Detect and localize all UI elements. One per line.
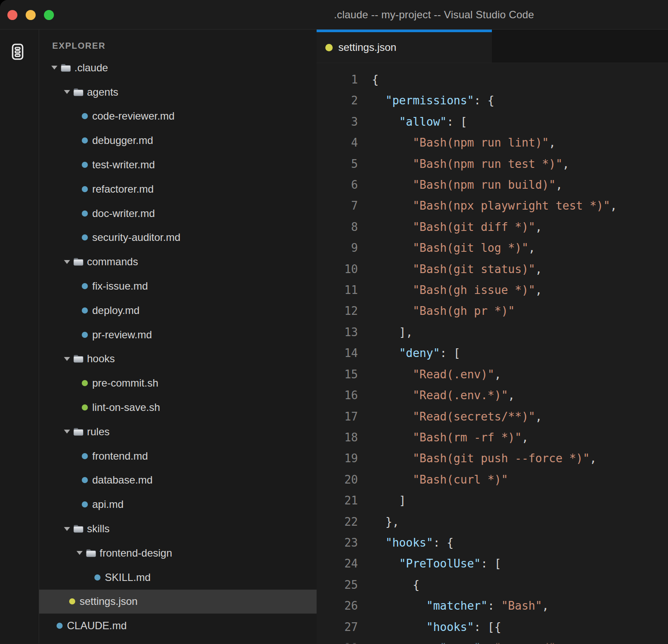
tree-item-skill-md[interactable]: SKILL.md [39,565,317,590]
tab-settings-json[interactable]: settings.json [317,30,492,63]
tree-item-rules[interactable]: rules [39,420,317,444]
folder-icon [73,354,84,363]
code-line-24[interactable]: 24 "PreToolUse": [ [317,553,668,574]
sh-file-icon [82,404,88,410]
md-file-icon [82,162,88,168]
md-file-icon [82,477,88,483]
zoom-button[interactable] [44,10,54,20]
tree-item-claude-md[interactable]: CLAUDE.md [39,614,317,638]
code-editor[interactable]: 1{2 "permissions": {3 "allow": [4 "Bash(… [317,63,668,644]
md-file-icon [82,307,88,314]
code-line-15[interactable]: 15 "Read(.env)", [317,364,668,385]
code-line-7[interactable]: 7 "Bash(npx playwright test *)", [317,195,668,216]
code-text: ], [372,322,413,343]
code-line-13[interactable]: 13 ], [317,322,668,343]
code-line-1[interactable]: 1{ [317,69,668,90]
explorer-panel-icon[interactable] [12,43,23,60]
code-line-6[interactable]: 6 "Bash(npm run build)", [317,174,668,195]
code-line-28[interactable]: 28 "type": "command", [317,637,668,644]
tree-item-label: skills [87,523,110,535]
code-line-4[interactable]: 4 "Bash(npm run lint)", [317,132,668,153]
tree-item-refactorer-md[interactable]: refactorer.md [39,177,317,201]
line-number: 14 [317,343,358,364]
tree-item-label: CLAUDE.md [67,620,127,632]
line-number: 3 [317,111,358,132]
tree-item-settings-json[interactable]: settings.json [39,590,317,614]
line-number: 28 [317,637,358,644]
code-line-9[interactable]: 9 "Bash(git log *)", [317,237,668,258]
tree-item-debugger-md[interactable]: debugger.md [39,128,317,153]
code-line-10[interactable]: 10 "Bash(git status)", [317,259,668,280]
tree-item-code-reviewer-md[interactable]: code-reviewer.md [39,104,317,129]
line-number: 1 [317,69,358,90]
explorer-sidebar: EXPLORER .claudeagentscode-reviewer.mdde… [39,30,317,644]
tree-item-pre-commit-sh[interactable]: pre-commit.sh [39,371,317,395]
tree-item-label: api.md [92,498,124,511]
tree-item-pr-review-md[interactable]: pr-review.md [39,323,317,347]
tree-item--claude[interactable]: .claude [39,56,317,80]
code-text: "Read(.env)", [372,364,501,385]
tree-item-label: doc-writer.md [92,207,155,220]
code-line-26[interactable]: 26 "matcher": "Bash", [317,595,668,616]
tree-item-frontend-design[interactable]: frontend-design [39,541,317,565]
line-number: 5 [317,153,358,174]
line-number: 27 [317,617,358,637]
code-text: "Bash(gh pr *)" [372,300,515,321]
code-line-23[interactable]: 23 "hooks": { [317,532,668,553]
tree-item-doc-writer-md[interactable]: doc-writer.md [39,201,317,226]
tree-item-database-md[interactable]: database.md [39,468,317,493]
tree-item-api-md[interactable]: api.md [39,492,317,517]
code-line-2[interactable]: 2 "permissions": { [317,90,668,111]
tree-item-lint-on-save-sh[interactable]: lint-on-save.sh [39,395,317,420]
code-line-22[interactable]: 22 }, [317,511,668,532]
tree-item-agents[interactable]: agents [39,80,317,104]
tree-item-skills[interactable]: skills [39,517,317,541]
tree-item-frontend-md[interactable]: frontend.md [39,444,317,468]
code-line-19[interactable]: 19 "Bash(git push --force *)", [317,448,668,469]
code-line-3[interactable]: 3 "allow": [ [317,111,668,132]
code-line-12[interactable]: 12 "Bash(gh pr *)" [317,300,668,321]
code-text: ] [372,490,406,511]
minimize-button[interactable] [26,10,36,20]
code-text: "deny": [ [372,343,461,364]
md-file-icon [82,210,88,217]
tree-item-deploy-md[interactable]: deploy.md [39,298,317,323]
tree-item-test-writer-md[interactable]: test-writer.md [39,153,317,177]
tree-item-label: security-auditor.md [92,231,180,244]
code-line-17[interactable]: 17 "Read(secrets/**)", [317,406,668,427]
code-line-14[interactable]: 14 "deny": [ [317,343,668,364]
sh-file-icon [82,380,88,386]
code-line-25[interactable]: 25 { [317,574,668,595]
line-number: 7 [317,195,358,216]
code-line-5[interactable]: 5 "Bash(npm run test *)", [317,153,668,174]
code-text: "Bash(git diff *)", [372,217,542,237]
tree-item-security-auditor-md[interactable]: security-auditor.md [39,226,317,250]
tree-item-commands[interactable]: commands [39,250,317,274]
tree-item-label: deploy.md [92,304,140,317]
close-button[interactable] [7,10,17,20]
line-number: 20 [317,469,358,490]
tab-bar: settings.json [317,30,668,63]
code-text: "Read(.env.*)", [372,385,515,406]
tree-item-fix-issue-md[interactable]: fix-issue.md [39,274,317,298]
code-line-21[interactable]: 21 ] [317,490,668,511]
line-number: 10 [317,259,358,280]
code-line-8[interactable]: 8 "Bash(git diff *)", [317,217,668,237]
file-tree: .claudeagentscode-reviewer.mddebugger.md… [39,56,317,638]
code-line-20[interactable]: 20 "Bash(curl *)" [317,469,668,490]
line-number: 21 [317,490,358,511]
tree-item-hooks[interactable]: hooks [39,347,317,371]
code-line-27[interactable]: 27 "hooks": [{ [317,617,668,637]
tree-item-label: pr-review.md [92,329,152,341]
line-number: 18 [317,427,358,448]
folder-icon [73,257,84,266]
code-line-18[interactable]: 18 "Bash(rm -rf *)", [317,427,668,448]
line-number: 16 [317,385,358,406]
code-line-11[interactable]: 11 "Bash(gh issue *)", [317,280,668,300]
code-text: "Bash(npm run lint)", [372,132,556,153]
code-text: "Bash(npm run test *)", [372,153,569,174]
code-text: "Bash(rm -rf *)", [372,427,528,448]
md-file-icon [82,332,88,338]
line-number: 15 [317,364,358,385]
code-line-16[interactable]: 16 "Read(.env.*)", [317,385,668,406]
